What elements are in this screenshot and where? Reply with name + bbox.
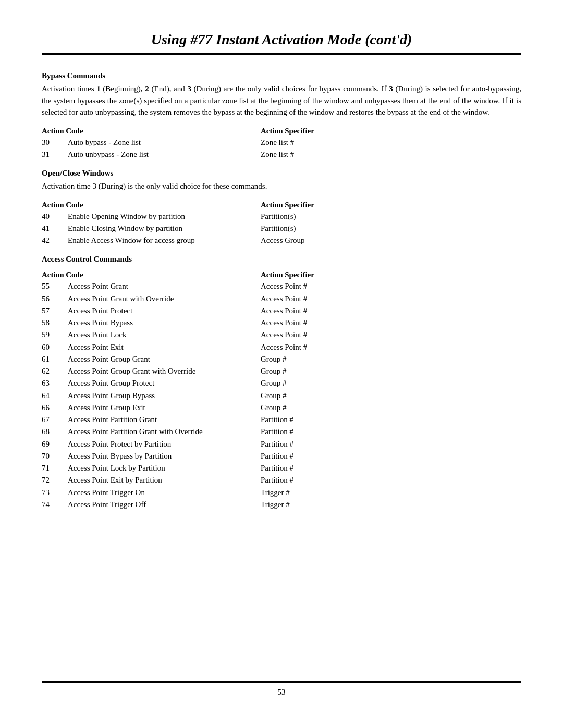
- row-code: 66: [42, 402, 68, 414]
- row-code: 55: [42, 280, 68, 292]
- row-desc: Access Point Protect by Partition: [68, 438, 261, 450]
- row-spec: Group #: [261, 353, 287, 365]
- table-row: 73 Access Point Trigger On Trigger #: [42, 487, 521, 499]
- row-desc: Access Point Bypass by Partition: [68, 450, 261, 462]
- row-desc: Access Point Lock by Partition: [68, 462, 261, 474]
- bypass-col2-header: Action Specifier: [261, 127, 314, 135]
- row-spec: Group #: [261, 377, 287, 389]
- row-spec: Partition #: [261, 450, 293, 462]
- page-number: – 53 –: [272, 688, 291, 696]
- row-code: 56: [42, 293, 68, 305]
- row-desc: Access Point Partition Grant: [68, 414, 261, 426]
- table-row: 71 Access Point Lock by Partition Partit…: [42, 462, 521, 474]
- row-desc: Enable Opening Window by partition: [68, 211, 261, 223]
- row-code: 62: [42, 365, 68, 377]
- row-desc: Access Point Trigger Off: [68, 499, 261, 511]
- table-row: 31 Auto unbypass - Zone list Zone list #: [42, 149, 521, 161]
- row-desc: Access Point Exit: [68, 341, 261, 353]
- row-spec: Access Point #: [261, 341, 307, 353]
- access-control-heading: Access Control Commands: [42, 255, 521, 264]
- row-code: 67: [42, 414, 68, 426]
- row-code: 73: [42, 487, 68, 499]
- table-row: 63 Access Point Group Protect Group #: [42, 377, 521, 389]
- row-code: 64: [42, 390, 68, 402]
- row-desc: Access Point Group Exit: [68, 402, 261, 414]
- row-code: 72: [42, 474, 68, 486]
- open-close-heading: Open/Close Windows: [42, 169, 521, 178]
- table-row: 57 Access Point Protect Access Point #: [42, 305, 521, 317]
- row-code: 69: [42, 438, 68, 450]
- row-desc: Access Point Grant: [68, 280, 261, 292]
- row-spec: Partition #: [261, 462, 293, 474]
- page: Using #77 Instant Activation Mode (cont'…: [0, 0, 563, 728]
- row-desc: Access Point Group Bypass: [68, 390, 261, 402]
- table-row: 55 Access Point Grant Access Point #: [42, 280, 521, 292]
- row-spec: Access Point #: [261, 280, 307, 292]
- table-row: 74 Access Point Trigger Off Trigger #: [42, 499, 521, 511]
- bypass-col1-header: Action Code: [42, 127, 261, 135]
- row-spec: Access Point #: [261, 317, 307, 329]
- table-row: 40 Enable Opening Window by partition Pa…: [42, 211, 521, 223]
- open-close-body: Activation time 3 (During) is the only v…: [42, 180, 521, 192]
- row-desc: Access Point Trigger On: [68, 487, 261, 499]
- bypass-table-header: Action Code Action Specifier: [42, 127, 521, 135]
- row-code: 58: [42, 317, 68, 329]
- row-desc: Access Point Lock: [68, 329, 261, 341]
- table-row: 59 Access Point Lock Access Point #: [42, 329, 521, 341]
- table-row: 61 Access Point Group Grant Group #: [42, 353, 521, 365]
- table-row: 41 Enable Closing Window by partition Pa…: [42, 223, 521, 235]
- row-spec: Zone list #: [261, 149, 294, 161]
- table-row: 66 Access Point Group Exit Group #: [42, 402, 521, 414]
- table-row: 62 Access Point Group Grant with Overrid…: [42, 365, 521, 377]
- row-spec: Access Point #: [261, 329, 307, 341]
- row-spec: Group #: [261, 365, 287, 377]
- row-code: 42: [42, 235, 68, 246]
- row-spec: Access Point #: [261, 305, 307, 317]
- row-code: 74: [42, 499, 68, 511]
- footer: – 53 –: [42, 681, 521, 697]
- row-desc: Access Point Partition Grant with Overri…: [68, 426, 261, 438]
- row-desc: Access Point Exit by Partition: [68, 474, 261, 486]
- access-col2-header: Action Specifier: [261, 270, 314, 279]
- row-desc: Enable Closing Window by partition: [68, 223, 261, 235]
- bypass-table: Action Code Action Specifier 30 Auto byp…: [42, 127, 521, 161]
- row-desc: Access Point Protect: [68, 305, 261, 317]
- row-spec: Access Point #: [261, 293, 307, 305]
- row-spec: Partition(s): [261, 223, 296, 235]
- table-row: 42 Enable Access Window for access group…: [42, 235, 521, 246]
- table-row: 64 Access Point Group Bypass Group #: [42, 390, 521, 402]
- table-row: 60 Access Point Exit Access Point #: [42, 341, 521, 353]
- row-desc: Access Point Grant with Override: [68, 293, 261, 305]
- row-spec: Partition #: [261, 426, 293, 438]
- row-spec: Zone list #: [261, 137, 294, 149]
- row-code: 63: [42, 377, 68, 389]
- table-row: 68 Access Point Partition Grant with Ove…: [42, 426, 521, 438]
- page-title: Using #77 Instant Activation Mode (cont'…: [42, 31, 521, 55]
- row-code: 40: [42, 211, 68, 223]
- bypass-commands-body: Activation times 1 (Beginning), 2 (End),…: [42, 83, 521, 118]
- row-desc: Auto bypass - Zone list: [68, 137, 261, 149]
- row-spec: Partition #: [261, 474, 293, 486]
- row-spec: Partition #: [261, 438, 293, 450]
- row-code: 30: [42, 137, 68, 149]
- row-code: 70: [42, 450, 68, 462]
- row-desc: Access Point Group Protect: [68, 377, 261, 389]
- row-code: 57: [42, 305, 68, 317]
- table-row: 72 Access Point Exit by Partition Partit…: [42, 474, 521, 486]
- open-close-table: Action Code Action Specifier 40 Enable O…: [42, 201, 521, 247]
- table-row: 70 Access Point Bypass by Partition Part…: [42, 450, 521, 462]
- access-col1-header: Action Code: [42, 270, 261, 279]
- open-close-col1-header: Action Code: [42, 201, 261, 209]
- table-row: 67 Access Point Partition Grant Partitio…: [42, 414, 521, 426]
- open-close-table-header: Action Code Action Specifier: [42, 201, 521, 209]
- row-code: 59: [42, 329, 68, 341]
- row-desc: Auto unbypass - Zone list: [68, 149, 261, 161]
- table-row: 30 Auto bypass - Zone list Zone list #: [42, 137, 521, 149]
- row-spec: Access Group: [261, 235, 305, 246]
- row-spec: Partition(s): [261, 211, 296, 223]
- row-code: 60: [42, 341, 68, 353]
- row-spec: Group #: [261, 402, 287, 414]
- row-desc: Enable Access Window for access group: [68, 235, 261, 246]
- row-code: 68: [42, 426, 68, 438]
- row-spec: Group #: [261, 390, 287, 402]
